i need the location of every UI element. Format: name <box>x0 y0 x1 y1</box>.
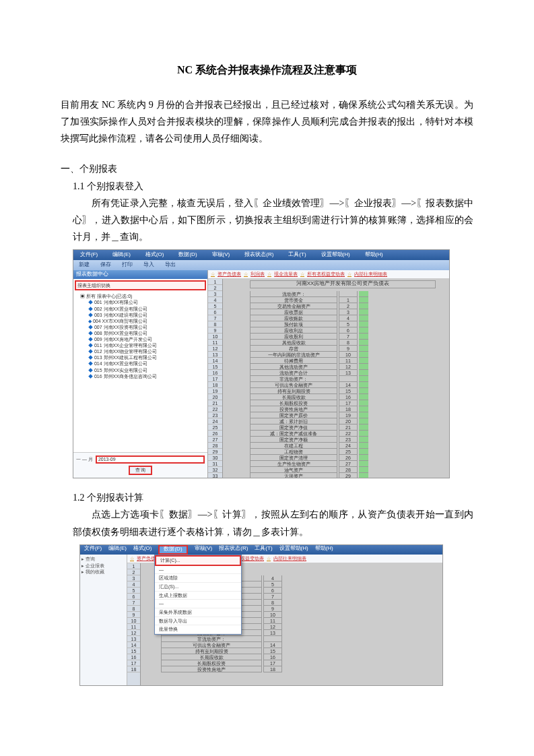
nav-sidebar: ▸ 查询▸ 企业报表▸ 我的收藏 <box>80 555 127 685</box>
menu-item[interactable]: 帮助(H) <box>315 546 333 554</box>
menubar-2: 文件(F)编辑(E)格式(O)数据(D)审核(V)报表状态(R)工具(T)设置帮… <box>80 545 442 555</box>
dropdown-item[interactable]: 数据导入导出 <box>155 617 241 626</box>
report-tab[interactable]: 现金流量表 <box>274 272 298 277</box>
menu-item[interactable]: 审核(V) <box>195 546 213 554</box>
tree-node[interactable]: ◆ 004 XX市XX商贸有限公司 <box>76 318 205 324</box>
star-icon: ☆ <box>347 272 352 277</box>
tree-node[interactable]: ◆ 012 河南XX物业管理有限公司 <box>76 348 205 354</box>
dropdown-item[interactable]: 批量替换 <box>155 625 241 634</box>
sheet-item-col: 流动资产：货币资金交易性金融资产应收票据应收账款预付款项应收利息应收股利其他应收… <box>250 291 337 479</box>
period-label: 一 — 月 <box>76 457 93 462</box>
report-tab[interactable]: 利润表 <box>251 272 265 277</box>
nav-item[interactable]: ▸ 企业报表 <box>81 563 125 569</box>
tree-node[interactable]: ◆ 011 河南XX企业管理有限公司 <box>76 342 205 348</box>
menu-item[interactable]: 编辑(E) <box>108 546 127 554</box>
screenshot-1: 文件(F)编辑(E)格式(O)数据(D)审核(V)报表状态(R)工具(T)设置帮… <box>73 249 450 478</box>
report-tabs[interactable]: ☆资产负债表☆利润表☆现金流量表☆所有者权益变动表☆内部往来明细表 <box>208 270 449 279</box>
menu-item[interactable]: 审核(V) <box>208 251 234 259</box>
query-button[interactable]: 查 询 <box>129 466 153 475</box>
toolbar-button[interactable]: 打印 <box>119 261 135 269</box>
star-icon: ☆ <box>267 272 271 277</box>
menu-item[interactable]: 格式(O) <box>133 546 152 554</box>
nav-item[interactable]: ▸ 我的收藏 <box>81 569 125 575</box>
tree-node[interactable]: ◆ 009 河南XX房地产开发公司 <box>76 336 205 342</box>
menubar: 文件(F)编辑(E)格式(O)数据(D)审核(V)报表状态(R)工具(T)设置帮… <box>73 250 449 260</box>
menu-item[interactable]: 数据(D) <box>158 545 187 555</box>
tree-node[interactable]: ◆ 014 河南XX置业有限公司 <box>76 360 205 367</box>
star-icon: ☆ <box>244 272 248 277</box>
menu-item[interactable]: 报表状态(R) <box>240 251 277 259</box>
dropdown-item[interactable]: 区域清除 <box>155 574 241 583</box>
menu-item[interactable]: 文件(F) <box>84 546 102 554</box>
report-tab[interactable]: 内部往来明细表 <box>273 556 306 561</box>
toolbar-button[interactable]: 导入 <box>141 261 157 269</box>
section-1-2-body: 点选上方选项卡〖数据〗—>〖计算〗，按照从左到右的顺序，从资产负债表开始一直到内… <box>73 506 473 540</box>
menu-item[interactable]: 设置帮助(H) <box>279 546 308 554</box>
menu-item[interactable]: 报表状态(R) <box>219 546 248 554</box>
tree-node[interactable]: ◆ 008 郑州XX置业有限公司 <box>76 330 205 336</box>
sheet-value-col <box>359 291 368 479</box>
left-panel-header: 报表数据中心 <box>73 270 207 279</box>
dropdown-item[interactable]: 采集外系统数据 <box>155 608 241 617</box>
menu-item[interactable]: 编辑(E) <box>108 251 135 259</box>
tree-node[interactable]: ◆ 015 郑州XX实业有限公司 <box>76 367 205 373</box>
section-1-heading: 一、个别报表 <box>61 160 473 177</box>
star-icon: ☆ <box>267 556 271 561</box>
menu-item[interactable]: 工具(T) <box>255 546 272 554</box>
star-icon: ☆ <box>211 272 215 277</box>
intro-paragraph: 目前用友 NC 系统内 9 月份的合并报表已经报出，且已经过核对，确保系统公式勾… <box>61 96 473 148</box>
star-icon: ☆ <box>130 556 134 561</box>
left-panel: 报表数据中心 报表主组织切换 ▣ 所有 报表中心(已选:0) ◆ 001 河南X… <box>73 270 208 478</box>
right-panel: ☆资产负债表☆利润表☆现金流量表☆所有者权益变动表☆内部往来明细表 123456… <box>208 270 449 478</box>
section-1-2-heading: 1.2 个别报表计算 <box>73 489 473 506</box>
sheet-title: 河南XX房地产开发有限公司资产负债表 <box>250 280 436 288</box>
row-numbers-2: 123456789101112131415161718 <box>127 563 141 685</box>
doc-title: NC 系统合并报表操作流程及注意事项 <box>61 61 473 80</box>
dropdown-item[interactable]: — <box>155 600 241 608</box>
toolbar-button[interactable]: 新建 <box>76 261 92 269</box>
dropdown-item[interactable]: 汇总(S)... <box>155 583 241 592</box>
menu-item[interactable]: 工具(T) <box>284 251 310 259</box>
menu-item[interactable]: 格式(O) <box>141 251 168 259</box>
tree-node[interactable]: ◆ 013 郑州XX建筑工程有限公司 <box>76 354 205 360</box>
section-1-1-body: 所有凭证录入完整，核查无误后，登入〖企业绩效管理〗—>〖企业报表〗—>〖报表数据… <box>73 195 473 246</box>
toolbar: 新建保存打印导入导出 <box>73 260 449 270</box>
section-1-1-heading: 1.1 个别报表登入 <box>73 178 473 195</box>
tree-node[interactable]: ◆ 007 河南XX投资有限公司 <box>76 324 205 330</box>
period-input[interactable]: 2013-09 <box>96 455 205 464</box>
menu-item[interactable]: 帮助(H) <box>361 251 387 259</box>
sheet-linenum-col: 1234567891011121314151617181920212223242… <box>339 291 358 479</box>
toolbar-button[interactable]: 保存 <box>98 261 114 269</box>
report-tab[interactable]: 资产负债表 <box>218 272 241 277</box>
dropdown-item[interactable]: — <box>155 566 241 575</box>
tree-node[interactable]: ◆ 001 河南XX有限公司 <box>76 299 205 305</box>
tree-node[interactable]: ◆ 016 郑州XX商务信息咨询公司 <box>76 373 205 379</box>
dropdown-item[interactable]: 计算(C)... <box>155 555 241 566</box>
menu-item[interactable]: 设置帮助(H) <box>317 251 354 259</box>
screenshot-2: 文件(F)编辑(E)格式(O)数据(D)审核(V)报表状态(R)工具(T)设置帮… <box>79 544 443 686</box>
toolbar-button[interactable]: 导出 <box>162 261 178 269</box>
data-menu-dropdown[interactable]: 计算(C)...—区域清除汇总(S)...生成上报数据—采集外系统数据数据导入导… <box>154 555 242 635</box>
sheet-body: 河南XX房地产开发有限公司资产负债表 流动资产：货币资金交易性金融资产应收票据应… <box>223 279 449 479</box>
row-numbers: 1234567891011121314151617181920212223242… <box>208 279 223 479</box>
menu-item[interactable]: 文件(F) <box>76 251 102 259</box>
star-icon: ☆ <box>300 272 304 277</box>
report-tab[interactable]: 内部往来明细表 <box>354 272 387 277</box>
tree-root[interactable]: ▣ 所有 报表中心(已选:0) <box>76 293 205 299</box>
report-grid: 1234567891011121314151617181920212223242… <box>208 279 449 479</box>
tree-node[interactable]: ◆ 002 河南XX置业有限公司 <box>76 306 205 312</box>
tree-node[interactable]: ◆ 003 河南XX建设有限公司 <box>76 312 205 318</box>
menu-item[interactable]: 数据(D) <box>174 251 201 259</box>
left-panel-footer: 一 — 月 2013-09 查 询 <box>73 452 207 478</box>
org-switch-highlight[interactable]: 报表主组织切换 <box>75 280 206 291</box>
report-tab[interactable]: 所有者权益变动表 <box>307 272 345 277</box>
nav-item[interactable]: ▸ 查询 <box>81 556 125 563</box>
sheet-linenum-col-2: 456789101112131415161718 <box>263 575 282 672</box>
org-tree[interactable]: ▣ 所有 报表中心(已选:0) ◆ 001 河南XX有限公司◆ 002 河南XX… <box>73 292 207 452</box>
dropdown-item[interactable]: 生成上报数据 <box>155 592 241 600</box>
